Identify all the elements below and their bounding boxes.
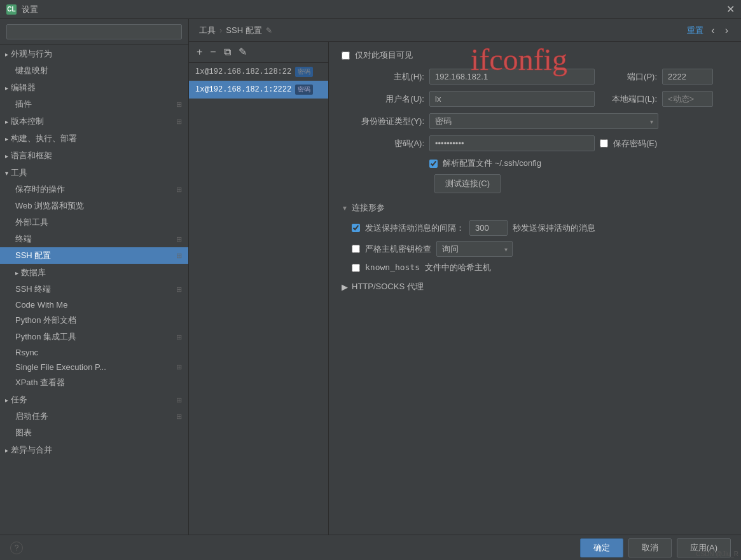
keepalive-input[interactable]: [469, 220, 508, 236]
sidebar-item-label: 键盘映射: [15, 65, 48, 76]
only-project-label: 仅对此项目可见: [355, 50, 413, 61]
host-input[interactable]: [429, 69, 595, 85]
http-proxy-toggle[interactable]: ▶: [342, 282, 348, 292]
sidebar-item-14[interactable]: SSH 终端⊞: [0, 281, 188, 297]
sidebar-item-15[interactable]: Code With Me: [0, 297, 188, 312]
sidebar-item-11[interactable]: 终端⊞: [0, 231, 188, 247]
sidebar-item-19[interactable]: Single File Execution P...⊞: [0, 360, 188, 374]
strict-host-select-wrapper: 询问 是 否 ▾: [436, 241, 513, 257]
keepalive-row: 发送保持活动消息的间隔： 秒发送保持活动的消息: [352, 220, 728, 236]
sidebar-item-label: 终端: [15, 233, 32, 245]
sidebar-item-9[interactable]: Web 浏览器和预览: [0, 198, 188, 214]
help-button[interactable]: ?: [10, 542, 23, 554]
sidebar-item-3[interactable]: 插件⊞: [0, 96, 188, 113]
edit-icon[interactable]: ✎: [266, 26, 272, 35]
test-connection-button[interactable]: 测试连接(C): [434, 174, 501, 193]
sidebar-item-18[interactable]: Rsync: [0, 345, 188, 360]
username-row: 用户名(U): 本地端口(L):: [342, 91, 728, 107]
sidebar-badge-icon: ⊞: [176, 396, 182, 404]
only-project-checkbox[interactable]: [342, 51, 350, 60]
sidebar-item-22[interactable]: 启动任务⊞: [0, 408, 188, 425]
sidebar-item-label: XPath 查看器: [15, 377, 65, 388]
http-proxy-section[interactable]: ▶ HTTP/SOCKS 代理: [342, 278, 728, 295]
breadcrumb-current: SSH 配置: [226, 25, 261, 36]
sidebar-group-7[interactable]: ▾工具: [0, 164, 188, 181]
host-label: 主机(H):: [342, 71, 424, 83]
breadcrumb-sep: ›: [219, 25, 222, 35]
title-bar: CL 设置 ✕: [0, 0, 741, 19]
parse-config-checkbox[interactable]: [429, 160, 438, 168]
app-icon: CL: [6, 4, 17, 15]
back-button[interactable]: ‹: [709, 25, 717, 36]
sidebar-item-label: SSH 配置: [15, 250, 51, 261]
add-connection-button[interactable]: +: [195, 47, 204, 57]
connection-item-0[interactable]: lx@192.168.182.128:22密码: [189, 63, 328, 81]
sidebar-item-label: Code With Me: [15, 300, 67, 310]
remove-connection-button[interactable]: −: [209, 47, 217, 57]
strict-host-checkbox[interactable]: [352, 245, 360, 253]
group-arrow-icon: ▸: [15, 270, 18, 277]
sidebar-group-24[interactable]: ▸差异与合并: [0, 441, 188, 458]
conn-toolbar: + − ⧉ ✎: [189, 42, 328, 63]
group-arrow-icon: ▸: [5, 51, 8, 58]
sidebar-group-21[interactable]: ▸任务⊞: [0, 391, 188, 408]
sidebar-item-8[interactable]: 保存时的操作⊞: [0, 181, 188, 198]
sidebar-badge-icon: ⊞: [176, 252, 182, 260]
breadcrumb: 工具 › SSH 配置 ✎ 重置 ‹ ›: [189, 19, 741, 42]
sidebar-item-label: 图表: [15, 427, 32, 439]
known-hosts-checkbox[interactable]: [352, 264, 360, 272]
forward-button[interactable]: ›: [723, 25, 731, 36]
close-button[interactable]: ✕: [726, 4, 735, 15]
auth-type-row: 身份验证类型(Y): 密码 密钥对 OpenSSH 配置和身份验证代理 ▾: [342, 113, 728, 129]
title-bar-left: CL 设置: [6, 4, 38, 15]
username-label: 用户名(U):: [342, 93, 424, 105]
sidebar-item-10[interactable]: 外部工具: [0, 214, 188, 231]
sidebar-item-1[interactable]: 键盘映射: [0, 62, 188, 79]
group-arrow-icon: ▾: [5, 170, 8, 177]
sidebar-item-16[interactable]: Python 外部文档: [0, 312, 188, 329]
auth-type-select-wrapper: 密码 密钥对 OpenSSH 配置和身份验证代理 ▾: [429, 113, 658, 129]
ok-button[interactable]: 确定: [580, 538, 623, 557]
search-input[interactable]: [6, 24, 182, 39]
form-area: 仅对此项目可见 主机(H): 端口(P): 用户名(U): 本地端口(L):: [329, 42, 741, 535]
sidebar-group-4[interactable]: ▸版本控制⊞: [0, 113, 188, 130]
auth-type-select[interactable]: 密码 密钥对 OpenSSH 配置和身份验证代理: [429, 113, 658, 129]
reset-button[interactable]: 重置: [687, 25, 703, 36]
edit-connection-button[interactable]: ✎: [237, 47, 248, 57]
sidebar-item-label: 编辑器: [11, 82, 36, 93]
sidebar-group-5[interactable]: ▸构建、执行、部署: [0, 130, 188, 147]
sidebar-item-label: 外部工具: [15, 217, 48, 228]
connection-item-1[interactable]: lx@192.168.182.1:2222密码: [189, 81, 328, 99]
sidebar-group-0[interactable]: ▸外观与行为: [0, 45, 188, 62]
sidebar-item-label: 外观与行为: [11, 48, 52, 60]
copy-connection-button[interactable]: ⧉: [223, 47, 232, 57]
sidebar-item-23[interactable]: 图表: [0, 425, 188, 441]
sidebar-group-6[interactable]: ▸语言和框架: [0, 147, 188, 164]
sidebar: ▸外观与行为键盘映射▸编辑器插件⊞▸版本控制⊞▸构建、执行、部署▸语言和框架▾工…: [0, 19, 189, 535]
local-port-input[interactable]: [662, 91, 713, 107]
sidebar-item-12[interactable]: SSH 配置⊞: [0, 247, 188, 264]
sidebar-item-label: SSH 终端: [15, 283, 51, 295]
conn-params-toggle[interactable]: ▼: [342, 205, 348, 212]
sidebar-group-13[interactable]: ▸数据库: [0, 264, 188, 281]
keepalive-checkbox[interactable]: [352, 224, 360, 232]
breadcrumb-actions: 重置 ‹ ›: [687, 25, 731, 36]
strict-host-select[interactable]: 询问 是 否: [436, 241, 513, 257]
sidebar-item-label: Rsync: [15, 348, 38, 357]
sidebar-item-20[interactable]: XPath 查看器: [0, 374, 188, 391]
sidebar-group-2[interactable]: ▸编辑器: [0, 79, 188, 96]
cancel-button[interactable]: 取消: [628, 538, 672, 557]
parse-config-row: 解析配置文件 ~/.ssh/config: [429, 158, 728, 169]
group-arrow-icon: ▸: [5, 135, 8, 142]
watermark: CSDN @Jiu_R: [696, 550, 738, 557]
auth-type-label: 身份验证类型(Y):: [342, 116, 424, 127]
username-input[interactable]: [429, 91, 595, 107]
save-password-checkbox[interactable]: [600, 139, 608, 147]
sidebar-item-17[interactable]: Python 集成工具⊞: [0, 329, 188, 345]
sidebar-badge-icon: ⊞: [176, 363, 182, 371]
port-input[interactable]: [662, 69, 713, 85]
breadcrumb-tool: 工具: [199, 25, 216, 36]
group-arrow-icon: ▸: [5, 397, 8, 404]
local-port-label: 本地端口(L):: [600, 93, 657, 105]
password-input[interactable]: [429, 135, 595, 151]
